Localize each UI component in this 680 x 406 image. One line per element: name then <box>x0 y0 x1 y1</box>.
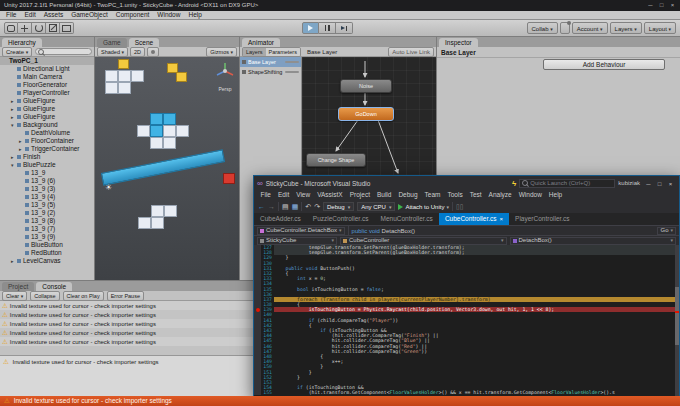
parameters-tab[interactable]: Parameters <box>266 48 300 56</box>
hierarchy-item-floorcontainer[interactable]: ▸FloorContainer <box>0 137 94 145</box>
clear-button[interactable]: Clear ▾ <box>2 291 27 301</box>
layer-weight-slider[interactable] <box>285 61 299 63</box>
play-button[interactable] <box>302 22 319 34</box>
animator-breadcrumb[interactable]: Base Layer <box>307 49 337 55</box>
hierarchy-item-bluebutton[interactable]: BlueButton <box>0 241 94 249</box>
hierarchy-item-bluepuzzle[interactable]: ▾BluePuzzle <box>0 161 94 169</box>
undo-icon[interactable]: ↶ <box>305 203 311 211</box>
va-context-dropdown[interactable]: CubeController.DetachBox▾ <box>257 227 345 235</box>
save-icon[interactable]: ▦ <box>292 203 299 211</box>
scene-viewport[interactable]: ☀ Persp <box>95 57 239 280</box>
tab-animator[interactable]: Animator <box>242 38 280 47</box>
member-dropdown[interactable]: DetachBox()▾ <box>510 237 677 245</box>
unity-minimize-button[interactable]: ─ <box>645 0 656 11</box>
hierarchy-item-main-camera[interactable]: Main Camera <box>0 73 94 81</box>
attach-to-unity-button[interactable]: Attach to Unity ▾ <box>398 204 449 210</box>
lighting-toggle[interactable] <box>147 47 159 57</box>
vs-menu-team[interactable]: Team <box>421 190 444 200</box>
hierarchy-item-playercontroller[interactable]: PlayerController <box>0 89 94 97</box>
tab-scene[interactable]: Scene <box>129 38 159 47</box>
redo-icon[interactable]: ↷ <box>314 203 320 211</box>
hierarchy-item-levelcanvas[interactable]: ▸LevelCanvas <box>0 257 94 265</box>
breakpoint-margin[interactable] <box>254 390 261 395</box>
collapse-toggle[interactable]: Collapse <box>30 291 59 301</box>
tab-inspector[interactable]: Inspector <box>439 38 478 47</box>
type-dropdown[interactable]: CubeController▾ <box>340 237 507 245</box>
services-button[interactable] <box>560 22 570 34</box>
tab-project[interactable]: Project <box>2 282 34 291</box>
vs-close-button[interactable]: × <box>665 181 676 187</box>
document-tab-cubecontroller-cs[interactable]: CubeController.cs× <box>439 213 509 225</box>
vs-menu-file[interactable]: File <box>257 190 274 200</box>
vs-maximize-button[interactable]: □ <box>654 181 665 187</box>
hierarchy-item-directional-light[interactable]: Directional Light <box>0 65 94 73</box>
hierarchy-item-redbutton[interactable]: RedButton <box>0 249 94 257</box>
hierarchy-item-gluefigure[interactable]: ▸GlueFigure <box>0 113 94 121</box>
editor-scrollbar[interactable] <box>675 245 679 396</box>
tab-game[interactable]: Game <box>97 38 127 47</box>
unity-menu-file[interactable]: File <box>2 11 20 19</box>
hierarchy-item-13-9[interactable]: 13_9 <box>0 169 94 177</box>
animator-state-change-shape[interactable]: Change Shape <box>306 153 366 167</box>
unity-close-button[interactable]: × <box>667 0 678 11</box>
unity-menu-gameobject[interactable]: GameObject <box>67 11 112 19</box>
hierarchy-item-gluefigure[interactable]: ▸GlueFigure <box>0 105 94 113</box>
pause-button[interactable] <box>319 22 336 34</box>
vs-minimize-button[interactable]: ─ <box>643 181 654 187</box>
document-tab-playercontroller-cs[interactable]: PlayerController.cs <box>509 213 576 225</box>
vs-menu-analyze[interactable]: Analyze <box>485 190 515 200</box>
solution-platform-dropdown[interactable]: Any CPU▾ <box>357 202 395 211</box>
hierarchy-item-twopc-1[interactable]: TwoPC_1 <box>0 57 94 65</box>
scale-tool-button[interactable] <box>46 22 60 34</box>
step-button[interactable] <box>336 22 353 34</box>
vs-menu-debug[interactable]: Debug <box>395 190 421 200</box>
hierarchy-item-13-9-9[interactable]: 13_9 (9) <box>0 233 94 241</box>
vs-menu-project[interactable]: Project <box>346 190 373 200</box>
break-all-icon[interactable]: ▯▯ <box>456 203 464 211</box>
vs-menu-window[interactable]: Window <box>515 190 545 200</box>
vs-menu-view[interactable]: View <box>293 190 314 200</box>
vs-menu-build[interactable]: Build <box>373 190 394 200</box>
hierarchy-item-13-9-2[interactable]: 13_9 (2) <box>0 209 94 217</box>
document-tab-cubeadder-cs[interactable]: CubeAdder.cs <box>254 213 307 225</box>
hierarchy-item-13-9-3[interactable]: 13_9 (3) <box>0 185 94 193</box>
navigate-back-icon[interactable]: ← <box>258 203 265 210</box>
va-go-button[interactable]: Go▾ <box>657 227 676 235</box>
layout-dropdown[interactable]: Layout ▾ <box>644 22 676 34</box>
gizmos-dropdown[interactable]: Gizmos ▾ <box>206 47 237 57</box>
unity-menu-help[interactable]: Help <box>184 11 205 19</box>
unity-menu-assets[interactable]: Assets <box>40 11 68 19</box>
account-dropdown[interactable]: Account ▾ <box>572 22 608 34</box>
tab-hierarchy[interactable]: Hierarchy <box>2 38 42 47</box>
hierarchy-item-background[interactable]: ▾Background <box>0 121 94 129</box>
vs-menu-test[interactable]: Test <box>466 190 485 200</box>
vs-menu-vassistx[interactable]: VAssistX <box>314 190 347 200</box>
hierarchy-item-gluefigure[interactable]: ▸GlueFigure <box>0 97 94 105</box>
status-bar[interactable]: ⚠ Invalid texture used for cursor - chec… <box>0 396 680 406</box>
document-tab-puzzlecontroller-cs[interactable]: PuzzleController.cs <box>307 213 375 225</box>
unity-menu-window[interactable]: Window <box>153 11 184 19</box>
layer-weight-slider[interactable] <box>285 71 299 73</box>
tab-console[interactable]: Console <box>36 282 72 291</box>
hierarchy-item-13-9-7[interactable]: 13_9 (7) <box>0 225 94 233</box>
animator-layer-base-layer[interactable]: Base Layer <box>240 57 301 67</box>
2d-toggle[interactable]: 2D <box>130 47 145 57</box>
hand-tool-button[interactable] <box>4 22 18 34</box>
layers-tab[interactable]: Layers <box>243 48 266 56</box>
unity-menu-component[interactable]: Component <box>112 11 154 19</box>
animator-state-noise[interactable]: Noise <box>340 79 392 93</box>
scene-orientation-gizmo[interactable]: Persp <box>214 61 236 87</box>
rect-tool-button[interactable] <box>60 22 74 34</box>
hierarchy-item-13-9-5[interactable]: 13_9 (5) <box>0 201 94 209</box>
move-tool-button[interactable] <box>18 22 32 34</box>
vs-menu-tools[interactable]: Tools <box>444 190 466 200</box>
hierarchy-item-deathvolume[interactable]: DeathVolume <box>0 129 94 137</box>
rotate-tool-button[interactable] <box>32 22 46 34</box>
vs-menu-help[interactable]: Help <box>545 190 565 200</box>
scrollbar-thumb[interactable] <box>675 287 679 344</box>
hierarchy-item-finish[interactable]: ▸Finish <box>0 153 94 161</box>
error-pause-toggle[interactable]: Error Pause <box>107 291 144 301</box>
signed-in-user[interactable]: kubiziak <box>618 180 640 186</box>
hierarchy-item-floorgenerator[interactable]: FloorGenerator <box>0 81 94 89</box>
vs-menu-edit[interactable]: Edit <box>274 190 292 200</box>
